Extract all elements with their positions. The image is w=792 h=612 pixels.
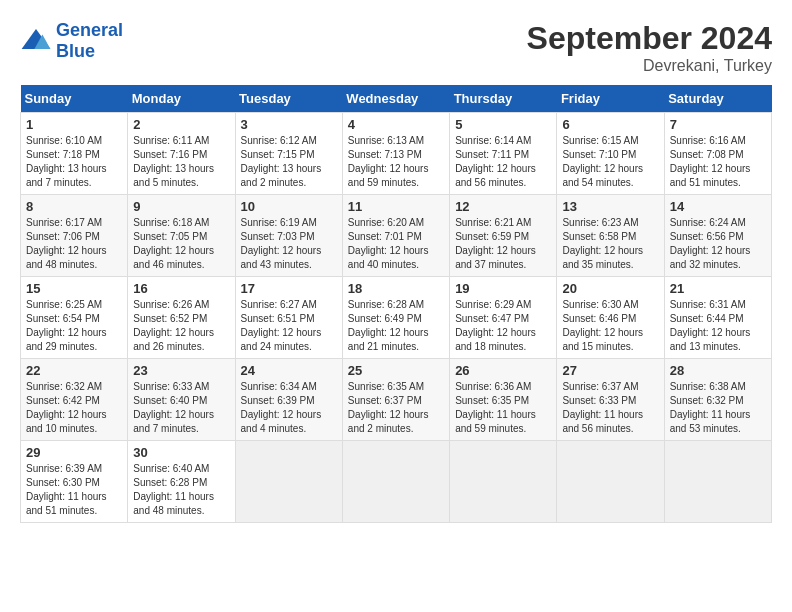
calendar-cell	[557, 441, 664, 523]
calendar-cell: 30 Sunrise: 6:40 AMSunset: 6:28 PMDaylig…	[128, 441, 235, 523]
calendar-week-row-5: 29 Sunrise: 6:39 AMSunset: 6:30 PMDaylig…	[21, 441, 772, 523]
calendar-cell: 16 Sunrise: 6:26 AMSunset: 6:52 PMDaylig…	[128, 277, 235, 359]
calendar-cell: 2 Sunrise: 6:11 AMSunset: 7:16 PMDayligh…	[128, 113, 235, 195]
calendar-week-row-1: 1 Sunrise: 6:10 AMSunset: 7:18 PMDayligh…	[21, 113, 772, 195]
day-info: Sunrise: 6:10 AMSunset: 7:18 PMDaylight:…	[26, 135, 107, 188]
calendar-header-sunday: Sunday	[21, 85, 128, 113]
day-number: 3	[241, 117, 337, 132]
day-number: 19	[455, 281, 551, 296]
title-area: September 2024 Devrekani, Turkey	[527, 20, 772, 75]
logo-icon	[20, 25, 52, 57]
day-info: Sunrise: 6:23 AMSunset: 6:58 PMDaylight:…	[562, 217, 643, 270]
calendar-cell: 18 Sunrise: 6:28 AMSunset: 6:49 PMDaylig…	[342, 277, 449, 359]
day-number: 13	[562, 199, 658, 214]
day-info: Sunrise: 6:16 AMSunset: 7:08 PMDaylight:…	[670, 135, 751, 188]
calendar-cell: 25 Sunrise: 6:35 AMSunset: 6:37 PMDaylig…	[342, 359, 449, 441]
calendar-header-thursday: Thursday	[450, 85, 557, 113]
day-number: 26	[455, 363, 551, 378]
day-number: 7	[670, 117, 766, 132]
logo: General Blue	[20, 20, 123, 62]
calendar-cell: 23 Sunrise: 6:33 AMSunset: 6:40 PMDaylig…	[128, 359, 235, 441]
day-info: Sunrise: 6:31 AMSunset: 6:44 PMDaylight:…	[670, 299, 751, 352]
calendar-cell: 9 Sunrise: 6:18 AMSunset: 7:05 PMDayligh…	[128, 195, 235, 277]
day-number: 23	[133, 363, 229, 378]
day-info: Sunrise: 6:33 AMSunset: 6:40 PMDaylight:…	[133, 381, 214, 434]
calendar-cell	[450, 441, 557, 523]
calendar-cell: 21 Sunrise: 6:31 AMSunset: 6:44 PMDaylig…	[664, 277, 771, 359]
day-number: 2	[133, 117, 229, 132]
day-number: 9	[133, 199, 229, 214]
calendar-header-saturday: Saturday	[664, 85, 771, 113]
calendar-week-row-3: 15 Sunrise: 6:25 AMSunset: 6:54 PMDaylig…	[21, 277, 772, 359]
calendar-cell: 10 Sunrise: 6:19 AMSunset: 7:03 PMDaylig…	[235, 195, 342, 277]
calendar-cell: 29 Sunrise: 6:39 AMSunset: 6:30 PMDaylig…	[21, 441, 128, 523]
day-number: 16	[133, 281, 229, 296]
calendar-cell: 12 Sunrise: 6:21 AMSunset: 6:59 PMDaylig…	[450, 195, 557, 277]
calendar-cell: 8 Sunrise: 6:17 AMSunset: 7:06 PMDayligh…	[21, 195, 128, 277]
calendar-cell: 14 Sunrise: 6:24 AMSunset: 6:56 PMDaylig…	[664, 195, 771, 277]
page-header: General Blue September 2024 Devrekani, T…	[20, 20, 772, 75]
day-number: 25	[348, 363, 444, 378]
day-info: Sunrise: 6:13 AMSunset: 7:13 PMDaylight:…	[348, 135, 429, 188]
calendar-cell: 15 Sunrise: 6:25 AMSunset: 6:54 PMDaylig…	[21, 277, 128, 359]
calendar-cell: 3 Sunrise: 6:12 AMSunset: 7:15 PMDayligh…	[235, 113, 342, 195]
day-number: 4	[348, 117, 444, 132]
calendar-cell: 27 Sunrise: 6:37 AMSunset: 6:33 PMDaylig…	[557, 359, 664, 441]
day-number: 28	[670, 363, 766, 378]
day-number: 30	[133, 445, 229, 460]
day-number: 27	[562, 363, 658, 378]
day-number: 1	[26, 117, 122, 132]
logo-text-general: General	[56, 20, 123, 41]
day-number: 24	[241, 363, 337, 378]
day-info: Sunrise: 6:20 AMSunset: 7:01 PMDaylight:…	[348, 217, 429, 270]
day-number: 17	[241, 281, 337, 296]
day-info: Sunrise: 6:24 AMSunset: 6:56 PMDaylight:…	[670, 217, 751, 270]
calendar-cell: 22 Sunrise: 6:32 AMSunset: 6:42 PMDaylig…	[21, 359, 128, 441]
calendar-header-wednesday: Wednesday	[342, 85, 449, 113]
calendar-cell: 1 Sunrise: 6:10 AMSunset: 7:18 PMDayligh…	[21, 113, 128, 195]
day-info: Sunrise: 6:15 AMSunset: 7:10 PMDaylight:…	[562, 135, 643, 188]
day-info: Sunrise: 6:28 AMSunset: 6:49 PMDaylight:…	[348, 299, 429, 352]
calendar-cell: 13 Sunrise: 6:23 AMSunset: 6:58 PMDaylig…	[557, 195, 664, 277]
day-info: Sunrise: 6:29 AMSunset: 6:47 PMDaylight:…	[455, 299, 536, 352]
calendar-header-row: SundayMondayTuesdayWednesdayThursdayFrid…	[21, 85, 772, 113]
day-info: Sunrise: 6:21 AMSunset: 6:59 PMDaylight:…	[455, 217, 536, 270]
day-info: Sunrise: 6:40 AMSunset: 6:28 PMDaylight:…	[133, 463, 214, 516]
day-info: Sunrise: 6:25 AMSunset: 6:54 PMDaylight:…	[26, 299, 107, 352]
calendar-header-tuesday: Tuesday	[235, 85, 342, 113]
day-info: Sunrise: 6:30 AMSunset: 6:46 PMDaylight:…	[562, 299, 643, 352]
day-info: Sunrise: 6:39 AMSunset: 6:30 PMDaylight:…	[26, 463, 107, 516]
calendar-cell: 5 Sunrise: 6:14 AMSunset: 7:11 PMDayligh…	[450, 113, 557, 195]
day-info: Sunrise: 6:12 AMSunset: 7:15 PMDaylight:…	[241, 135, 322, 188]
logo-text-blue: Blue	[56, 41, 123, 62]
calendar-header-friday: Friday	[557, 85, 664, 113]
calendar-table: SundayMondayTuesdayWednesdayThursdayFrid…	[20, 85, 772, 523]
day-number: 14	[670, 199, 766, 214]
day-info: Sunrise: 6:36 AMSunset: 6:35 PMDaylight:…	[455, 381, 536, 434]
day-number: 10	[241, 199, 337, 214]
day-info: Sunrise: 6:11 AMSunset: 7:16 PMDaylight:…	[133, 135, 214, 188]
calendar-week-row-2: 8 Sunrise: 6:17 AMSunset: 7:06 PMDayligh…	[21, 195, 772, 277]
day-info: Sunrise: 6:19 AMSunset: 7:03 PMDaylight:…	[241, 217, 322, 270]
day-info: Sunrise: 6:26 AMSunset: 6:52 PMDaylight:…	[133, 299, 214, 352]
day-info: Sunrise: 6:18 AMSunset: 7:05 PMDaylight:…	[133, 217, 214, 270]
day-number: 6	[562, 117, 658, 132]
day-number: 5	[455, 117, 551, 132]
day-info: Sunrise: 6:37 AMSunset: 6:33 PMDaylight:…	[562, 381, 643, 434]
calendar-header-monday: Monday	[128, 85, 235, 113]
location-title: Devrekani, Turkey	[527, 57, 772, 75]
calendar-cell: 20 Sunrise: 6:30 AMSunset: 6:46 PMDaylig…	[557, 277, 664, 359]
calendar-cell	[664, 441, 771, 523]
calendar-cell: 24 Sunrise: 6:34 AMSunset: 6:39 PMDaylig…	[235, 359, 342, 441]
calendar-cell: 7 Sunrise: 6:16 AMSunset: 7:08 PMDayligh…	[664, 113, 771, 195]
day-info: Sunrise: 6:38 AMSunset: 6:32 PMDaylight:…	[670, 381, 751, 434]
day-number: 20	[562, 281, 658, 296]
calendar-cell	[342, 441, 449, 523]
calendar-body: 1 Sunrise: 6:10 AMSunset: 7:18 PMDayligh…	[21, 113, 772, 523]
calendar-cell: 28 Sunrise: 6:38 AMSunset: 6:32 PMDaylig…	[664, 359, 771, 441]
day-number: 22	[26, 363, 122, 378]
calendar-cell	[235, 441, 342, 523]
day-info: Sunrise: 6:17 AMSunset: 7:06 PMDaylight:…	[26, 217, 107, 270]
day-info: Sunrise: 6:35 AMSunset: 6:37 PMDaylight:…	[348, 381, 429, 434]
day-number: 18	[348, 281, 444, 296]
